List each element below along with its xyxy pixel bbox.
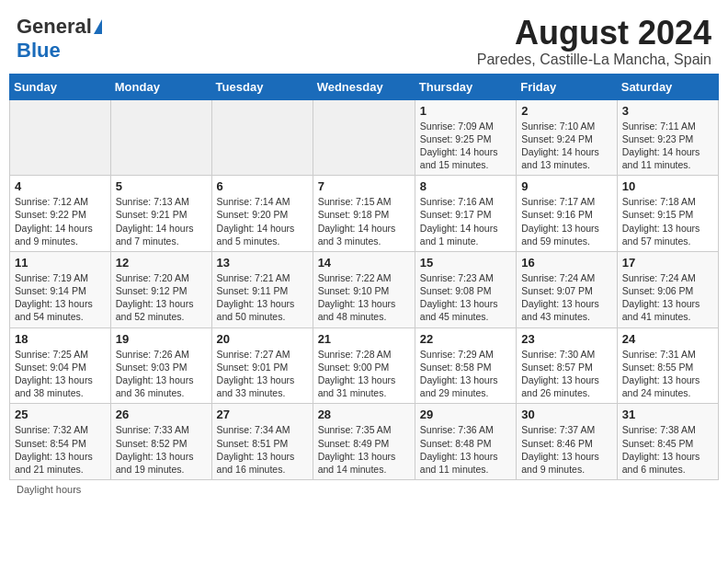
day-info: Sunrise: 7:13 AMSunset: 9:21 PMDaylight:… <box>116 195 207 247</box>
day-info: Sunrise: 7:38 AMSunset: 8:45 PMDaylight:… <box>622 423 713 476</box>
calendar-title: August 2024 <box>477 15 711 52</box>
day-cell: 24Sunrise: 7:31 AMSunset: 8:55 PMDayligh… <box>617 327 718 404</box>
day-info: Sunrise: 7:30 AMSunset: 8:57 PMDaylight:… <box>521 348 612 400</box>
day-number: 20 <box>217 332 308 346</box>
day-cell: 28Sunrise: 7:35 AMSunset: 8:49 PMDayligh… <box>313 404 415 480</box>
day-info: Sunrise: 7:09 AMSunset: 9:25 PMDaylight:… <box>420 120 511 172</box>
week-row-1: 1Sunrise: 7:09 AMSunset: 9:25 PMDaylight… <box>10 99 719 176</box>
calendar-table: SundayMondayTuesdayWednesdayThursdayFrid… <box>9 74 719 480</box>
day-number: 10 <box>622 179 713 193</box>
day-info: Sunrise: 7:17 AMSunset: 9:16 PMDaylight:… <box>521 195 612 247</box>
day-info: Sunrise: 7:26 AMSunset: 9:03 PMDaylight:… <box>116 348 207 400</box>
day-cell: 2Sunrise: 7:10 AMSunset: 9:24 PMDaylight… <box>517 99 618 176</box>
day-number: 29 <box>420 408 511 421</box>
day-number: 28 <box>318 408 410 421</box>
day-cell <box>10 99 111 176</box>
day-cell: 19Sunrise: 7:26 AMSunset: 9:03 PMDayligh… <box>110 327 211 404</box>
day-cell: 3Sunrise: 7:11 AMSunset: 9:23 PMDaylight… <box>617 99 718 176</box>
day-cell: 1Sunrise: 7:09 AMSunset: 9:25 PMDaylight… <box>415 99 516 176</box>
day-number: 22 <box>420 332 511 346</box>
day-cell: 27Sunrise: 7:34 AMSunset: 8:51 PMDayligh… <box>211 404 313 480</box>
day-info: Sunrise: 7:22 AMSunset: 9:10 PMDaylight:… <box>318 271 410 324</box>
day-number: 9 <box>521 179 612 193</box>
day-number: 14 <box>318 256 410 270</box>
day-number: 24 <box>622 332 713 346</box>
day-info: Sunrise: 7:25 AMSunset: 9:04 PMDaylight:… <box>15 348 106 400</box>
day-number: 11 <box>15 256 106 270</box>
weekday-sunday: Sunday <box>10 74 111 99</box>
day-info: Sunrise: 7:20 AMSunset: 9:12 PMDaylight:… <box>116 271 207 324</box>
day-cell: 17Sunrise: 7:24 AMSunset: 9:06 PMDayligh… <box>617 251 718 327</box>
day-info: Sunrise: 7:18 AMSunset: 9:15 PMDaylight:… <box>622 195 713 247</box>
weekday-friday: Friday <box>517 74 618 99</box>
day-number: 21 <box>318 332 410 346</box>
day-cell: 20Sunrise: 7:27 AMSunset: 9:01 PMDayligh… <box>211 327 313 404</box>
day-number: 30 <box>521 408 612 421</box>
day-cell <box>211 99 313 176</box>
day-info: Sunrise: 7:10 AMSunset: 9:24 PMDaylight:… <box>521 120 612 172</box>
day-info: Sunrise: 7:32 AMSunset: 8:54 PMDaylight:… <box>15 423 106 476</box>
week-row-3: 11Sunrise: 7:19 AMSunset: 9:14 PMDayligh… <box>10 251 719 327</box>
day-info: Sunrise: 7:14 AMSunset: 9:20 PMDaylight:… <box>217 195 308 247</box>
logo: General Blue <box>17 15 102 63</box>
day-info: Sunrise: 7:24 AMSunset: 9:06 PMDaylight:… <box>622 271 713 324</box>
logo-triangle-icon <box>94 19 102 34</box>
day-number: 4 <box>15 179 106 193</box>
day-cell: 6Sunrise: 7:14 AMSunset: 9:20 PMDaylight… <box>211 176 313 252</box>
day-info: Sunrise: 7:33 AMSunset: 8:52 PMDaylight:… <box>116 423 207 476</box>
day-cell: 4Sunrise: 7:12 AMSunset: 9:22 PMDaylight… <box>10 176 111 252</box>
day-number: 7 <box>318 179 410 193</box>
day-cell: 16Sunrise: 7:24 AMSunset: 9:07 PMDayligh… <box>517 251 618 327</box>
day-cell: 8Sunrise: 7:16 AMSunset: 9:17 PMDaylight… <box>415 176 516 252</box>
day-cell: 10Sunrise: 7:18 AMSunset: 9:15 PMDayligh… <box>617 176 718 252</box>
day-cell: 15Sunrise: 7:23 AMSunset: 9:08 PMDayligh… <box>415 251 516 327</box>
week-row-5: 25Sunrise: 7:32 AMSunset: 8:54 PMDayligh… <box>10 404 719 480</box>
day-cell: 14Sunrise: 7:22 AMSunset: 9:10 PMDayligh… <box>313 251 415 327</box>
day-info: Sunrise: 7:21 AMSunset: 9:11 PMDaylight:… <box>217 271 308 324</box>
day-cell: 26Sunrise: 7:33 AMSunset: 8:52 PMDayligh… <box>110 404 211 480</box>
day-number: 23 <box>521 332 612 346</box>
day-info: Sunrise: 7:23 AMSunset: 9:08 PMDaylight:… <box>420 271 511 324</box>
day-number: 18 <box>15 332 106 346</box>
day-info: Sunrise: 7:19 AMSunset: 9:14 PMDaylight:… <box>15 271 106 324</box>
header: General Blue August 2024 Paredes, Castil… <box>9 9 719 68</box>
weekday-monday: Monday <box>110 74 211 99</box>
calendar-subtitle: Paredes, Castille-La Mancha, Spain <box>477 52 711 68</box>
day-number: 13 <box>217 256 308 270</box>
day-info: Sunrise: 7:34 AMSunset: 8:51 PMDaylight:… <box>217 423 308 476</box>
day-number: 8 <box>420 179 511 193</box>
day-number: 15 <box>420 256 511 270</box>
day-info: Sunrise: 7:12 AMSunset: 9:22 PMDaylight:… <box>15 195 106 247</box>
day-info: Sunrise: 7:24 AMSunset: 9:07 PMDaylight:… <box>521 271 612 324</box>
week-row-4: 18Sunrise: 7:25 AMSunset: 9:04 PMDayligh… <box>10 327 719 404</box>
day-info: Sunrise: 7:15 AMSunset: 9:18 PMDaylight:… <box>318 195 410 247</box>
day-info: Sunrise: 7:27 AMSunset: 9:01 PMDaylight:… <box>217 348 308 400</box>
day-cell: 7Sunrise: 7:15 AMSunset: 9:18 PMDaylight… <box>313 176 415 252</box>
footer-note: Daylight hours <box>9 480 719 499</box>
day-cell: 29Sunrise: 7:36 AMSunset: 8:48 PMDayligh… <box>415 404 516 480</box>
day-info: Sunrise: 7:29 AMSunset: 8:58 PMDaylight:… <box>420 348 511 400</box>
day-number: 19 <box>116 332 207 346</box>
weekday-header-row: SundayMondayTuesdayWednesdayThursdayFrid… <box>10 74 719 99</box>
day-cell: 22Sunrise: 7:29 AMSunset: 8:58 PMDayligh… <box>415 327 516 404</box>
day-number: 2 <box>521 104 612 118</box>
day-number: 26 <box>116 408 207 421</box>
day-cell: 5Sunrise: 7:13 AMSunset: 9:21 PMDaylight… <box>110 176 211 252</box>
weekday-wednesday: Wednesday <box>313 74 415 99</box>
day-number: 17 <box>622 256 713 270</box>
day-cell: 13Sunrise: 7:21 AMSunset: 9:11 PMDayligh… <box>211 251 313 327</box>
day-cell: 21Sunrise: 7:28 AMSunset: 9:00 PMDayligh… <box>313 327 415 404</box>
day-info: Sunrise: 7:11 AMSunset: 9:23 PMDaylight:… <box>622 120 713 172</box>
weekday-saturday: Saturday <box>617 74 718 99</box>
logo-blue-text: Blue <box>17 39 61 63</box>
day-info: Sunrise: 7:28 AMSunset: 9:00 PMDaylight:… <box>318 348 410 400</box>
day-cell: 30Sunrise: 7:37 AMSunset: 8:46 PMDayligh… <box>517 404 618 480</box>
day-cell: 23Sunrise: 7:30 AMSunset: 8:57 PMDayligh… <box>517 327 618 404</box>
title-area: August 2024 Paredes, Castille-La Mancha,… <box>477 15 711 68</box>
day-number: 12 <box>116 256 207 270</box>
day-info: Sunrise: 7:36 AMSunset: 8:48 PMDaylight:… <box>420 423 511 476</box>
day-info: Sunrise: 7:16 AMSunset: 9:17 PMDaylight:… <box>420 195 511 247</box>
day-cell: 9Sunrise: 7:17 AMSunset: 9:16 PMDaylight… <box>517 176 618 252</box>
day-number: 1 <box>420 104 511 118</box>
day-cell <box>110 99 211 176</box>
